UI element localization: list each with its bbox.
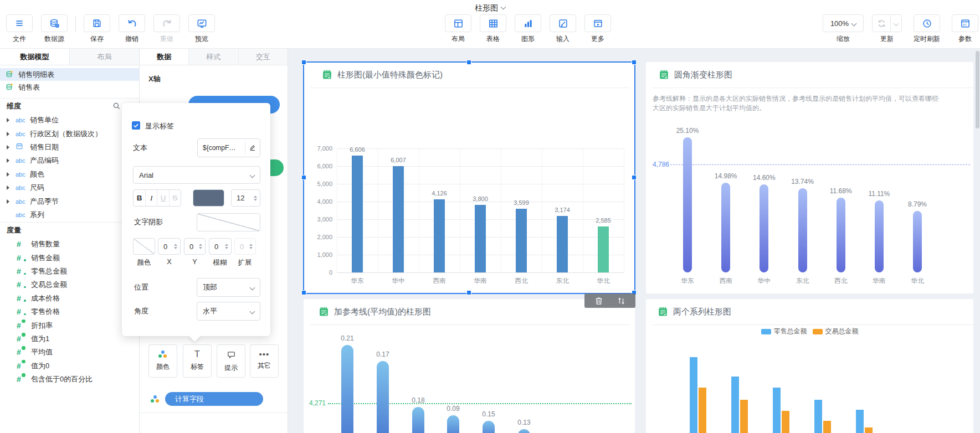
bar[interactable] bbox=[690, 357, 697, 433]
position-select[interactable]: 顶部 bbox=[197, 278, 260, 297]
measure-item[interactable]: #包含低于0的百分比 bbox=[0, 373, 139, 386]
shadow-x-spinner[interactable]: 0 bbox=[158, 238, 181, 255]
preview-button[interactable]: 预览 bbox=[188, 14, 216, 44]
tooltip-config-button[interactable]: 提示 bbox=[217, 344, 245, 378]
bar[interactable] bbox=[393, 166, 404, 272]
bold-button[interactable]: B bbox=[134, 190, 145, 206]
bar[interactable] bbox=[760, 184, 768, 272]
label-config-button[interactable]: T 标签 bbox=[183, 344, 212, 378]
bar[interactable] bbox=[865, 427, 873, 433]
italic-button[interactable]: I bbox=[145, 190, 157, 206]
table-item[interactable]: 销售明细表 bbox=[0, 68, 139, 81]
tab-layout[interactable]: 布局 bbox=[70, 49, 139, 65]
file-button[interactable]: 文件 bbox=[6, 14, 33, 44]
angle-select[interactable]: 水平 bbox=[197, 302, 260, 321]
scrollbar-thumb[interactable] bbox=[976, 51, 979, 128]
bar[interactable] bbox=[731, 377, 739, 433]
tab-interaction[interactable]: 交互 bbox=[239, 49, 288, 65]
dimension-item[interactable]: abc产品编码 bbox=[0, 154, 139, 167]
bar[interactable] bbox=[341, 345, 353, 433]
bar[interactable] bbox=[721, 183, 730, 272]
spinner-arrows-icon[interactable] bbox=[225, 244, 228, 249]
bar[interactable] bbox=[412, 407, 424, 433]
color-config-button[interactable]: 颜色 bbox=[148, 344, 177, 378]
bar[interactable] bbox=[913, 211, 922, 272]
underline-button[interactable]: U bbox=[157, 190, 168, 206]
bar[interactable] bbox=[352, 156, 363, 272]
other-config-button[interactable]: ••• 其它 bbox=[250, 344, 279, 378]
measure-item[interactable]: #成本价格 bbox=[0, 292, 139, 305]
bar[interactable] bbox=[516, 209, 527, 272]
label-text-input[interactable]: ${compF… bbox=[197, 138, 260, 157]
search-icon[interactable] bbox=[112, 102, 121, 110]
dimension-item[interactable]: abc行政区划（数据级次） bbox=[0, 127, 139, 140]
measure-item[interactable]: #交易总金额 bbox=[0, 278, 139, 291]
dimension-item[interactable]: abc销售单位 bbox=[0, 114, 139, 127]
tab-data-model[interactable]: 数据模型 bbox=[0, 49, 70, 65]
spinner-arrows-icon[interactable] bbox=[199, 244, 202, 249]
timer-refresh-button[interactable]: 定时刷新 bbox=[910, 14, 944, 44]
measure-item[interactable]: #销售金额 bbox=[0, 251, 139, 265]
shadow-y-spinner[interactable]: 0 bbox=[184, 238, 206, 255]
page-title[interactable]: 柱形图 bbox=[0, 3, 980, 13]
trash-icon[interactable] bbox=[595, 297, 603, 305]
measure-item[interactable]: #值为1 bbox=[0, 332, 139, 346]
params-button[interactable]: x= 参数 bbox=[951, 14, 979, 44]
font-family-select[interactable]: Arial bbox=[133, 166, 260, 184]
bar[interactable] bbox=[475, 205, 486, 272]
bar[interactable] bbox=[782, 411, 789, 433]
measure-item[interactable]: #零售价格 bbox=[0, 305, 139, 318]
bar[interactable] bbox=[798, 188, 807, 272]
bar[interactable] bbox=[518, 429, 530, 433]
shadow-spread-spinner[interactable]: 0 bbox=[234, 238, 256, 255]
bar[interactable] bbox=[814, 400, 822, 433]
strikethrough-button[interactable]: S bbox=[169, 190, 181, 206]
bar[interactable] bbox=[377, 361, 389, 433]
expand-caret-icon[interactable] bbox=[0, 199, 16, 204]
swap-icon[interactable] bbox=[617, 297, 625, 305]
expand-caret-icon[interactable] bbox=[0, 145, 16, 150]
calculated-field-pill[interactable]: 计算字段 bbox=[165, 392, 263, 406]
measure-item[interactable]: #值为0 bbox=[0, 359, 139, 373]
undo-button[interactable]: 撤销 bbox=[118, 14, 146, 44]
bar[interactable] bbox=[837, 198, 845, 272]
bar[interactable] bbox=[598, 226, 609, 272]
expand-caret-icon[interactable] bbox=[0, 172, 16, 177]
bar[interactable] bbox=[683, 137, 692, 272]
measure-item[interactable]: #平均值 bbox=[0, 346, 139, 359]
bar[interactable] bbox=[875, 200, 884, 272]
redo-button[interactable]: 重做 bbox=[153, 14, 181, 44]
bar[interactable] bbox=[483, 421, 495, 433]
canvas-scrollbar[interactable] bbox=[976, 50, 979, 432]
font-size-spinner[interactable]: 12 bbox=[231, 189, 260, 207]
chart-card-reference-line[interactable]: 加参考线(平均值)的柱形图 4,2710.210.170.180.090.150… bbox=[304, 299, 635, 433]
dimension-item[interactable]: abc颜色 bbox=[0, 168, 139, 181]
bar[interactable] bbox=[773, 388, 781, 433]
spinner-arrows-icon[interactable] bbox=[174, 244, 177, 249]
bar[interactable] bbox=[823, 421, 831, 433]
tab-style[interactable]: 样式 bbox=[189, 49, 238, 65]
bar[interactable] bbox=[434, 199, 445, 272]
bar[interactable] bbox=[699, 388, 706, 433]
update-button[interactable]: 更新 bbox=[871, 14, 902, 44]
chart-card-min-color[interactable]: 柱形图(最小值特殊颜色标记) 01,0002,0003,0004,0005,00… bbox=[304, 62, 635, 293]
dimension-item[interactable]: abc系列 bbox=[0, 208, 139, 221]
expand-caret-icon[interactable] bbox=[0, 158, 16, 163]
chart-card-two-series[interactable]: 两个系列柱形图 零售总金额 交易总金额 bbox=[646, 299, 973, 433]
input-button[interactable]: 输入 bbox=[549, 14, 577, 44]
bar[interactable] bbox=[856, 410, 864, 433]
formula-edit-button[interactable] bbox=[245, 142, 260, 154]
measure-item[interactable]: #折扣率 bbox=[0, 318, 139, 332]
spinner-arrows-icon[interactable] bbox=[254, 195, 257, 201]
update-dropdown[interactable] bbox=[891, 14, 902, 32]
dimension-item[interactable]: 销售日期 bbox=[0, 141, 139, 154]
shadow-color-swatch[interactable] bbox=[133, 238, 155, 255]
expand-caret-icon[interactable] bbox=[0, 185, 16, 190]
table-button[interactable]: 表格 bbox=[479, 14, 507, 44]
dimension-item[interactable]: abc产品季节 bbox=[0, 194, 139, 208]
expand-caret-icon[interactable] bbox=[0, 118, 16, 122]
chart-button[interactable]: 图形 bbox=[514, 14, 542, 44]
show-label-checkbox[interactable] bbox=[132, 121, 140, 130]
shadow-blur-spinner[interactable]: 0 bbox=[209, 238, 232, 255]
text-shadow-preview[interactable] bbox=[197, 213, 260, 231]
